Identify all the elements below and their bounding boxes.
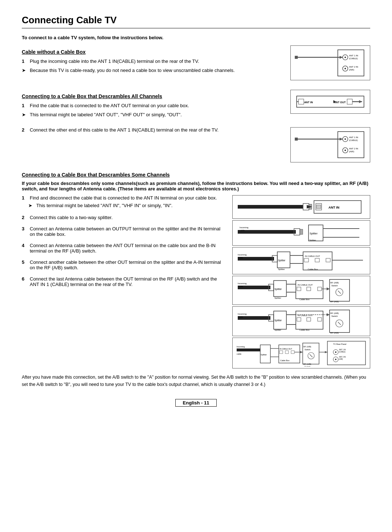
diagram-cable-no-box: ANT 1 IN (CABLE) ANT 2 IN (AIR)	[290, 45, 370, 80]
svg-text:IN CABLE OUT: IN CABLE OUT	[298, 284, 313, 286]
svg-rect-96	[296, 311, 323, 329]
footer-text: English - 11	[175, 399, 217, 407]
svg-rect-77	[318, 287, 322, 291]
svg-text:(CABLE): (CABLE)	[349, 57, 358, 60]
svg-text:RF (A/B): RF (A/B)	[303, 346, 311, 348]
svg-point-145	[335, 359, 336, 360]
svg-text:cable: cable	[238, 257, 243, 259]
svg-line-133	[310, 354, 313, 357]
step-3-2-block: 2 Connect this cable to a two-way splitt…	[22, 215, 225, 220]
section3-steps-left: 1 Find and disconnect the cable that is …	[22, 195, 225, 370]
svg-text:(CABLE): (CABLE)	[339, 351, 346, 353]
section2-diagram-bottom: ANT 1 IN (CABLE) ANT 2 IN (AIR)	[290, 127, 370, 164]
svg-text:Incoming: Incoming	[238, 282, 246, 285]
svg-text:cable: cable	[240, 229, 245, 231]
diag-row-5: Splitter IN CABLE OUT RF (A/B) Switch	[232, 306, 370, 336]
svg-text:RF (A/B): RF (A/B)	[330, 282, 339, 284]
svg-text:Incoming: Incoming	[238, 254, 246, 256]
svg-text:cable: cable	[238, 316, 243, 318]
diag-row-3: Splitter IN CABLE OUT Incoming cable	[232, 247, 370, 274]
svg-text:Switch: Switch	[305, 366, 310, 367]
svg-text:ANT 1 IN: ANT 1 IN	[349, 136, 358, 138]
section2-step2-text: 2 Connect the other end of this cable to…	[22, 127, 283, 164]
svg-text:Splitter: Splitter	[261, 354, 267, 356]
diag-row-1: ANT IN	[232, 195, 370, 219]
svg-rect-41	[238, 230, 296, 234]
svg-text:cable: cable	[237, 353, 241, 355]
svg-text:RF (A/B): RF (A/B)	[330, 301, 339, 303]
svg-text:ANT 2 IN: ANT 2 IN	[339, 356, 346, 358]
svg-point-23	[344, 138, 346, 140]
svg-rect-73	[296, 281, 323, 299]
svg-rect-40	[317, 205, 321, 209]
svg-marker-102	[327, 313, 330, 316]
svg-point-27	[344, 150, 346, 151]
svg-rect-114	[237, 348, 260, 351]
svg-text:Incoming: Incoming	[237, 346, 245, 348]
svg-text:ANT 2 IN: ANT 2 IN	[349, 147, 358, 150]
diag-row-6: Incoming cable Splitter IN CABLE OUT Cab…	[232, 338, 370, 368]
svg-text:TV Rear Panel: TV Rear Panel	[333, 343, 346, 345]
svg-text:Incoming: Incoming	[240, 226, 248, 229]
svg-text:Incoming: Incoming	[238, 313, 246, 315]
svg-rect-99	[307, 318, 311, 321]
step-1-1: 1 Plug the incoming cable into the ANT 1…	[22, 58, 283, 65]
svg-text:Cable Box: Cable Box	[280, 359, 290, 362]
svg-rect-51	[238, 257, 274, 261]
svg-text:ANT IN: ANT IN	[328, 206, 339, 209]
svg-text:Splitter: Splitter	[309, 239, 316, 241]
svg-text:Switch: Switch	[305, 348, 310, 351]
step-3-6-block: 6 Connect the last Antenna cable between…	[22, 276, 225, 287]
svg-marker-19	[359, 100, 362, 103]
svg-rect-61	[326, 258, 330, 262]
svg-text:RF (A/B): RF (A/B)	[330, 312, 339, 314]
section3-steps-diagrams: 1 Find and disconnect the cable that is …	[22, 195, 370, 370]
svg-line-84	[338, 291, 341, 294]
diagram-ant-in-out: ANT IN ANT OUT	[290, 90, 370, 114]
svg-text:Splitter: Splitter	[278, 259, 286, 262]
svg-text:IN  CABLE  OUT: IN CABLE OUT	[305, 255, 320, 257]
section3-title: Connecting to a Cable Box that Descrambl…	[22, 172, 370, 178]
diag-row-4: Splitter IN CABLE OUT RF (A/B) Switch	[232, 276, 370, 305]
svg-rect-124	[285, 351, 289, 354]
diagram-cable-rear-tv: ANT 1 IN (CABLE) ANT 2 IN (AIR)	[290, 127, 370, 162]
section2-text: Connecting to a Cable Box that Descrambl…	[22, 90, 283, 120]
section3-bold-intro: If your cable box descrambles only some …	[22, 181, 370, 192]
svg-rect-75	[297, 287, 301, 291]
section1-text: Cable without a Cable Box 1 Plug the inc…	[22, 45, 283, 76]
svg-rect-100	[318, 318, 322, 321]
svg-rect-10	[295, 56, 298, 59]
step-1-arrow: ➤ Because this TV is cable-ready, you do…	[22, 67, 283, 74]
section1-block: Cable without a Cable Box 1 Plug the inc…	[22, 45, 370, 82]
step-3-5-block: 5 Connect another cable between the othe…	[22, 259, 225, 270]
section3-block: Connecting to a Cable Box that Descrambl…	[22, 172, 370, 388]
svg-marker-32	[340, 138, 343, 141]
svg-rect-15	[298, 99, 303, 104]
step-3-3-block: 3 Connect an Antenna cable between an OU…	[22, 226, 225, 237]
svg-text:Switch: Switch	[331, 315, 338, 317]
svg-text:Splitter: Splitter	[274, 297, 281, 299]
section1-diagram: ANT 1 IN (CABLE) ANT 2 IN (AIR)	[290, 45, 370, 82]
footer: English - 11	[22, 399, 370, 407]
svg-rect-17	[347, 99, 352, 104]
diag-row-2: Splitter Incoming cable Splitter	[232, 220, 370, 246]
svg-rect-31	[295, 138, 298, 141]
svg-text:ANT 1 IN: ANT 1 IN	[339, 349, 346, 351]
section2-diagram-top: ANT IN ANT OUT	[290, 90, 370, 116]
svg-text:(AIR): (AIR)	[349, 150, 354, 153]
svg-marker-137	[325, 351, 327, 353]
svg-text:Splitter: Splitter	[274, 319, 282, 322]
svg-text:ANT 1 IN: ANT 1 IN	[349, 54, 358, 57]
step-2-arrow: ➤ This terminal might be labeled "ANT OU…	[22, 111, 283, 118]
step-3-4-block: 4 Connect an Antenna cable between the A…	[22, 243, 225, 254]
step-2-1: 1 Find the cable that is connected to th…	[22, 102, 283, 109]
svg-text:ANT 2 IN: ANT 2 IN	[349, 65, 358, 68]
section1-title: Cable without a Cable Box	[22, 49, 283, 55]
svg-marker-128	[300, 351, 303, 353]
svg-text:Cable Box: Cable Box	[299, 329, 310, 331]
svg-rect-123	[279, 351, 283, 354]
svg-rect-33	[238, 205, 303, 209]
section2-step2-block: 2 Connect the other end of this cable to…	[22, 127, 370, 164]
svg-text:(AIR): (AIR)	[349, 68, 354, 71]
svg-text:(AIR): (AIR)	[339, 358, 343, 360]
